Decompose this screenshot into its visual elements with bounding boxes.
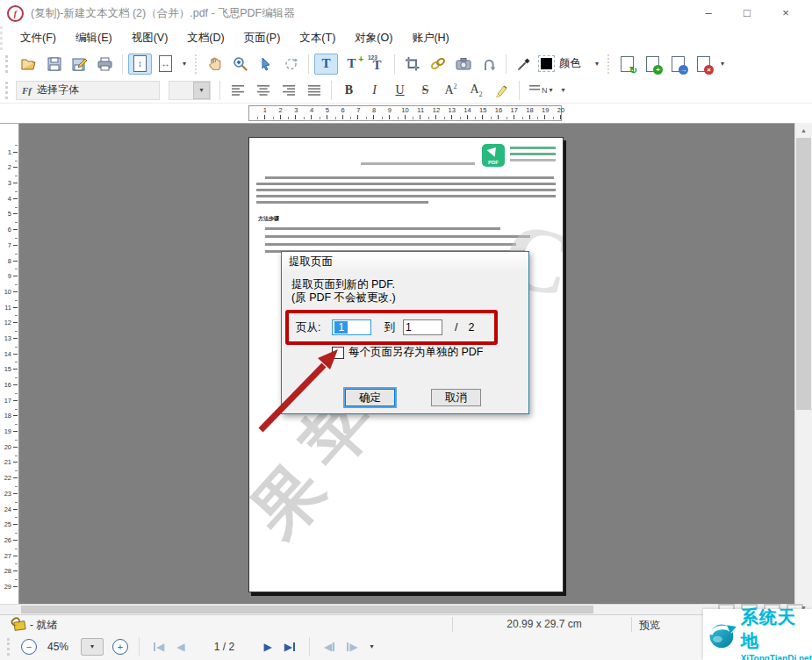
color-dropdown[interactable]: ▾ [592,54,602,75]
scroll-up-arrow[interactable]: ▲ [795,123,812,137]
menu-item[interactable]: 对象(O) [351,29,396,47]
menu-item[interactable]: 文档(D) [183,29,227,47]
ok-button[interactable]: 确定 [345,389,395,406]
pages-dropdown[interactable]: ▾ [717,54,728,75]
fit-mode-dropdown[interactable]: ▾ [179,54,190,75]
app-logo-icon: f [7,5,24,22]
ruler-tick: 13 [436,106,452,120]
ruler-tick: 8 [358,106,374,120]
fit-width-button[interactable]: ↔ [154,54,177,75]
chevron-down-icon: ▾ [721,61,724,68]
first-page-button[interactable]: ◀ [154,642,164,652]
align-justify-icon [307,84,321,96]
vertical-scroll-thumb[interactable] [796,138,811,410]
italic-button[interactable]: I [363,80,386,101]
undo-tool-button[interactable] [477,54,500,75]
ruler-tick: 24 [0,494,18,510]
next-page-button[interactable]: ▶ [264,642,272,652]
save-button[interactable] [42,54,66,75]
highlight-button[interactable] [490,80,514,101]
bold-button[interactable]: B [337,80,361,101]
from-page-input[interactable]: 1 [332,319,371,335]
extract-pages-button[interactable]: → [666,54,690,75]
zoom-tool-button[interactable] [228,54,252,75]
ruler-tick: 20 [0,432,18,448]
insert-pages-button[interactable]: + [641,54,665,75]
zoom-select-dropdown[interactable]: ▾ [81,638,104,656]
underline-button[interactable]: U [388,80,412,101]
canvas[interactable]: PDF 方法步骤 C 苹 果 [19,124,794,605]
toolbar-overflow-dropdown[interactable]: ▾ [558,80,569,101]
to-page-value: 1 [406,321,412,334]
hand-tool-button[interactable] [203,54,226,75]
document-workspace: 1234567891011121314151617181920212223242… [0,123,794,605]
camera-icon [456,57,471,70]
replace-pages-button[interactable]: ↻ [615,54,639,75]
eyedropper-button[interactable] [512,54,535,75]
cancel-button[interactable]: 取消 [431,389,481,406]
ruler-tick: 6 [327,106,343,120]
dialog-title-bar[interactable]: 提取页面 [282,252,528,271]
site-domain[interactable]: XiTongTianDi.net [741,654,812,660]
align-left-button[interactable] [226,80,249,101]
site-name: 系统天地 [741,606,812,653]
preview-mode-label[interactable]: 预览 [639,618,660,633]
menu-item[interactable]: 文件(F) [17,29,60,47]
ruler-tick: 4 [296,106,312,120]
last-page-button[interactable]: ▶ [284,642,295,652]
save-as-button[interactable] [68,54,91,75]
select-tool-button[interactable] [254,54,277,75]
open-file-button[interactable] [17,54,40,75]
text-edit-tool-button[interactable]: T [314,54,338,75]
strikethrough-button[interactable]: S [413,80,437,101]
toolbar-separator [607,54,610,74]
horizontal-scrollbar[interactable] [0,604,794,614]
dialog-description: 提取页面到新的 PDF. (原 PDF 不会被更改.) [291,278,396,305]
to-page-input[interactable]: 1 [403,319,442,335]
menu-item[interactable]: 文本(T) [296,29,339,47]
menu-item[interactable]: 视图(V) [128,29,172,47]
align-right-button[interactable] [277,80,300,101]
text-line [510,153,556,155]
next-view-button[interactable]: ▶ [347,642,357,652]
separate-pdf-row: 每个页面另存为单独的 PDF [332,345,483,360]
rotate-tool-button[interactable] [279,54,303,75]
link-tool-button[interactable] [426,54,449,75]
fit-height-button[interactable]: ↕ [128,54,152,75]
minimize-button[interactable]: – [689,1,728,25]
selected-text: 1 [334,321,348,334]
ruler-tick: 16 [483,106,499,120]
line-spacing-button[interactable]: N ▾ [525,80,557,101]
previous-view-button[interactable]: ◀ [324,642,334,652]
align-center-button[interactable] [251,80,275,101]
font-size-combo[interactable]: ▾ [169,81,211,100]
from-label: 页从: [296,320,320,335]
text-number-tool-button[interactable]: 123 T [365,54,389,75]
italic-icon: I [372,83,377,97]
rotate-icon [284,56,298,71]
menu-item[interactable]: 编辑(E) [72,29,116,47]
menu-item[interactable]: 页面(P) [241,29,284,47]
subscript-button[interactable]: A2 [464,80,488,101]
previous-page-button[interactable]: ◀ [176,642,184,652]
print-button[interactable] [93,54,117,75]
align-left-icon [231,84,245,96]
ruler-tick: 11 [406,106,421,120]
horizontal-scroll-thumb[interactable] [21,606,593,613]
align-justify-button[interactable] [302,80,326,101]
superscript-button[interactable]: A2 [439,80,463,101]
delete-pages-button[interactable]: × [692,54,715,75]
font-selector[interactable]: Ff 选择字体 [16,81,160,100]
close-button[interactable]: × [766,1,805,25]
add-text-tool-button[interactable]: T + [340,54,363,75]
vertical-scrollbar[interactable]: ▲ ▼ [794,123,812,614]
zoom-out-button[interactable]: − [21,639,37,655]
menu-item[interactable]: 账户(H) [408,29,452,47]
zoom-in-button[interactable]: + [112,639,128,655]
snapshot-tool-button[interactable] [451,54,475,75]
color-picker-button[interactable]: 颜色 [537,54,590,75]
crop-tool-button[interactable] [400,54,424,75]
maximize-button[interactable]: □ [728,1,766,25]
text-line [510,159,556,161]
arrow-badge-icon: → [679,65,688,75]
